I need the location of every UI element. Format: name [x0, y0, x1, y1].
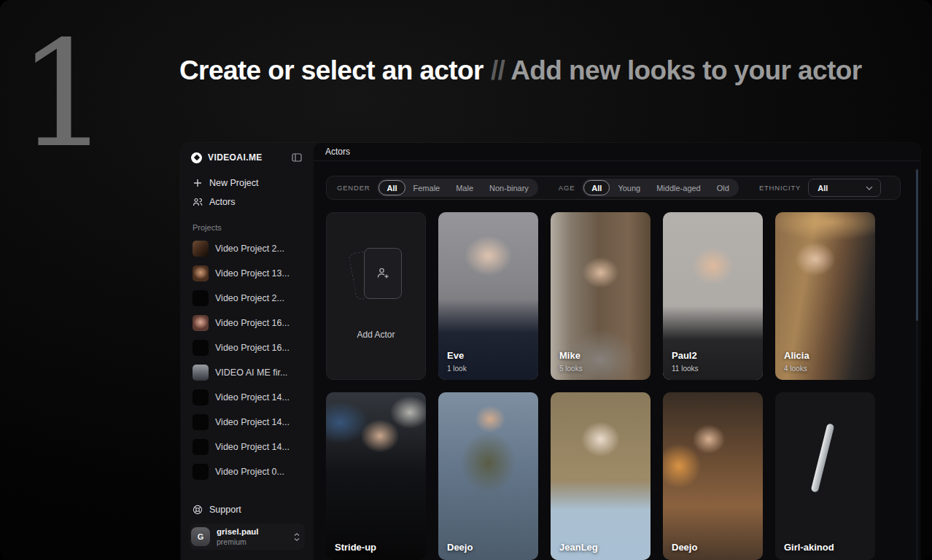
- actor-looks: 5 looks: [559, 365, 583, 373]
- project-item[interactable]: Video Project 16...: [190, 335, 305, 360]
- project-item[interactable]: Video Project 13...: [190, 261, 305, 286]
- sidebar-item-new-project[interactable]: New Project: [190, 174, 305, 192]
- title-primary: Create or select an actor: [179, 55, 484, 85]
- sidebar: VIDEOAI.ME New Project Actors Projects V…: [181, 143, 314, 560]
- gender-option-female[interactable]: Female: [405, 180, 448, 195]
- project-item[interactable]: Video Project 2...: [190, 236, 305, 261]
- actor-name: Paul2: [672, 350, 699, 361]
- sidebar-bottom: Support G grisel.paul premium: [190, 500, 305, 550]
- actor-name: Girl-akinod: [784, 542, 834, 553]
- gender-option-non-binary[interactable]: Non-binary: [481, 180, 537, 195]
- actor-photo: [775, 392, 875, 560]
- actor-photo: [551, 392, 651, 560]
- age-option-young[interactable]: Young: [610, 180, 648, 195]
- actor-card-girl-akinod[interactable]: Girl-akinod: [775, 392, 875, 560]
- project-thumbnail: [193, 241, 209, 257]
- actor-card-deejo-2[interactable]: Deejo: [663, 392, 763, 560]
- project-item[interactable]: Video Project 16...: [190, 311, 305, 335]
- age-option-middle-aged[interactable]: Middle-aged: [648, 180, 709, 195]
- actor-card-mike[interactable]: Mike5 looks: [551, 212, 651, 380]
- nav-label: Support: [209, 505, 241, 515]
- project-thumbnail: [193, 290, 209, 306]
- project-item[interactable]: Video Project 2...: [190, 286, 305, 311]
- step-number: 1: [18, 22, 110, 168]
- add-actor-card[interactable]: Add Actor: [326, 212, 426, 380]
- person-plus-icon: [375, 265, 391, 281]
- project-thumbnail: [193, 315, 209, 331]
- actor-card-eve[interactable]: Eve1 look: [438, 212, 538, 380]
- actor-card-paul2[interactable]: Paul211 looks: [663, 212, 763, 380]
- actor-card-stride-up[interactable]: Stride-up: [326, 392, 426, 560]
- nav-label: New Project: [209, 178, 258, 188]
- sidebar-item-actors[interactable]: Actors: [190, 192, 305, 211]
- main-content: GENDER All Female Male Non-binary AGE Al…: [314, 161, 920, 560]
- actor-name: Alicia: [784, 350, 809, 361]
- projects-section-label: Projects: [193, 223, 302, 232]
- actor-card-jeanleg[interactable]: JeanLeg: [551, 392, 651, 560]
- project-item[interactable]: Video Project 14...: [190, 385, 305, 410]
- nav-label: Actors: [209, 197, 235, 207]
- gender-filter-label: GENDER: [337, 184, 370, 192]
- ethnicity-filter-label: ETHNICITY: [759, 184, 801, 192]
- ethnicity-value: All: [818, 184, 828, 192]
- chevron-up-down-icon: [293, 532, 300, 542]
- actor-photo: [438, 392, 538, 560]
- user-meta: grisel.paul premium: [217, 527, 287, 546]
- gender-option-all[interactable]: All: [378, 180, 405, 195]
- actors-grid: Add Actor Eve1 look Mike5 looks Paul211 …: [326, 212, 901, 560]
- add-actor-label: Add Actor: [357, 330, 395, 340]
- age-option-old[interactable]: Old: [709, 180, 737, 195]
- avatar: G: [191, 527, 210, 546]
- project-thumbnail: [193, 439, 209, 455]
- user-name: grisel.paul: [217, 527, 287, 537]
- sidebar-toggle-icon[interactable]: [290, 151, 303, 164]
- actor-card-alicia[interactable]: Alicia4 looks: [775, 212, 875, 380]
- app-window: VIDEOAI.ME New Project Actors Projects V…: [181, 143, 920, 560]
- actor-name: Eve: [447, 350, 467, 361]
- age-filter: All Young Middle-aged Old: [582, 179, 739, 197]
- project-item[interactable]: Video Project 14...: [190, 435, 305, 459]
- title-separator: //: [491, 55, 505, 85]
- project-item[interactable]: Video Project 14...: [190, 410, 305, 435]
- sidebar-item-support[interactable]: Support: [190, 500, 305, 519]
- chevron-down-icon: [866, 186, 873, 190]
- project-thumbnail: [193, 414, 209, 430]
- actor-name: Stride-up: [335, 542, 376, 553]
- actor-name: Deejo: [672, 542, 697, 553]
- age-option-all[interactable]: All: [583, 180, 610, 195]
- plus-icon: [193, 178, 203, 188]
- main-topbar: Actors: [314, 143, 920, 161]
- project-thumbnail: [193, 365, 209, 381]
- actor-looks: 4 looks: [784, 365, 809, 373]
- actor-name: Mike: [559, 350, 583, 361]
- main-panel: Actors GENDER All Female Male Non-binary…: [314, 143, 920, 560]
- age-filter-label: AGE: [559, 184, 575, 192]
- project-item[interactable]: Video Project 0...: [190, 459, 305, 484]
- screen: 1 Create or select an actor//Add new loo…: [0, 0, 932, 560]
- project-item[interactable]: VIDEO AI ME fir...: [190, 360, 305, 385]
- scrollbar-thumb[interactable]: [916, 169, 918, 321]
- actor-photo: [326, 392, 426, 560]
- sidebar-nav: New Project Actors: [190, 174, 305, 211]
- gender-option-male[interactable]: Male: [448, 180, 481, 195]
- ethnicity-select[interactable]: All: [808, 179, 881, 197]
- brand-row: VIDEOAI.ME: [190, 149, 305, 166]
- project-thumbnail: [193, 340, 209, 356]
- actor-photo: [663, 392, 763, 560]
- actor-card-deejo[interactable]: Deejo: [438, 392, 538, 560]
- scrollbar[interactable]: [916, 169, 918, 560]
- title-secondary: Add new looks to your actor: [510, 55, 861, 85]
- actor-looks: 11 looks: [672, 365, 699, 373]
- project-thumbnail: [193, 389, 209, 405]
- add-actor-icon: [351, 246, 402, 305]
- gender-filter: All Female Male Non-binary: [377, 179, 537, 197]
- user-plan: premium: [217, 537, 287, 547]
- user-menu[interactable]: G grisel.paul premium: [190, 524, 305, 550]
- actor-name: Deejo: [447, 542, 473, 553]
- actor-name: JeanLeg: [559, 542, 598, 553]
- support-icon: [193, 505, 203, 515]
- filter-bar: GENDER All Female Male Non-binary AGE Al…: [326, 176, 901, 200]
- main-title: Actors: [325, 147, 350, 157]
- project-thumbnail: [193, 265, 209, 281]
- actor-looks: 1 look: [447, 365, 467, 373]
